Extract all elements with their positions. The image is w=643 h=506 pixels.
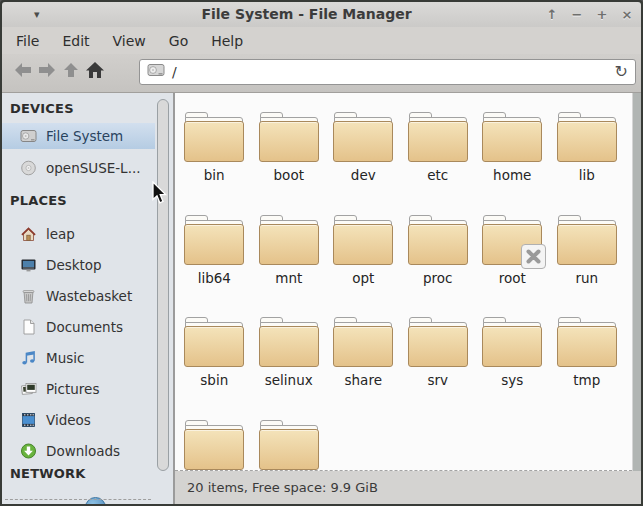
sidebar-item-file-system[interactable]: File System [2,123,155,149]
toolbar: / ↻ [2,54,641,93]
sidebar: DEVICESFile SystemopenSUSE-L...PLACESlea… [2,93,173,504]
file-folder-run[interactable]: run [550,211,625,314]
arrow-up-icon [61,61,81,83]
menu-view[interactable]: View [110,31,149,51]
shade-button[interactable]: ↑ [544,7,560,22]
folder-icon [258,313,320,368]
sidebar-item-desktop[interactable]: Desktop [2,252,155,278]
arrow-left-icon [13,61,33,83]
folder-icon [556,313,618,368]
file-folder-tmp[interactable]: tmp [550,313,625,416]
arrow-right-icon [37,61,57,83]
folder-label: selinux [265,372,313,388]
folder-label: run [575,270,598,286]
menu-edit[interactable]: Edit [59,31,92,51]
file-folder-dev[interactable]: dev [326,108,401,211]
minimize-button[interactable]: − [569,7,585,22]
titlebar[interactable]: ▾ File System - File Manager ↑−+× [2,2,641,27]
up-button[interactable] [60,62,82,82]
folder-icon [332,313,394,368]
menubar: FileEditViewGoHelp [2,27,641,54]
file-folder-home[interactable]: home [475,108,550,211]
file-folder-bin[interactable]: bin [177,108,252,211]
menu-go[interactable]: Go [166,31,191,51]
file-folder-sys[interactable]: sys [475,313,550,416]
file-folder-proc[interactable]: proc [401,211,476,314]
statusbar-text: 20 items, Free space: 9.9 GiB [187,480,378,495]
sidebar-item-pictures[interactable]: Pictures [2,376,155,402]
folder-label: srv [427,372,448,388]
trash-icon [20,288,37,305]
back-button[interactable] [12,62,34,82]
folder-label: boot [274,167,304,183]
statusbar: 20 items, Free space: 9.9 GiB [175,471,641,504]
file-folder-mnt[interactable]: mnt [252,211,327,314]
menu-help[interactable]: Help [208,31,246,51]
folder-icon [481,108,543,163]
window-controls: ↑−+× [544,2,635,27]
folder-icon [183,313,245,368]
file-icon-view[interactable]: binbootdevetchomeliblib64mntoptprocrootr… [175,93,632,471]
sidebar-scrollbar[interactable] [157,99,169,471]
location-path[interactable]: / [172,64,615,80]
sidebar-item-leap[interactable]: leap [2,221,155,247]
file-folder-selinux[interactable]: selinux [252,313,327,416]
folder-label: opt [352,270,374,286]
sidebar-item-label: leap [46,226,75,242]
sidebar-item-videos[interactable]: Videos [2,407,155,433]
sidebar-item-label: Documents [46,319,123,335]
location-bar[interactable]: / ↻ [139,59,636,85]
folder-icon [332,211,394,266]
folder-icon [481,211,543,266]
folder-label: bin [204,167,225,183]
sidebar-item-label: Music [46,350,84,366]
window-body: DEVICESFile SystemopenSUSE-L...PLACESlea… [2,93,641,504]
folder-icon [407,108,469,163]
folder-icon [407,211,469,266]
sidebar-item-label: Pictures [46,381,99,397]
folder-icon [556,108,618,163]
main-scrollbar[interactable] [632,93,641,471]
file-folder-opt[interactable]: opt [326,211,401,314]
folder-label: tmp [573,372,600,388]
folder-label: sbin [200,372,228,388]
file-folder-srv[interactable]: srv [401,313,476,416]
file-folder-etc[interactable]: etc [401,108,476,211]
sidebar-item-wastebasket[interactable]: Wastebasket [2,283,155,309]
folder-label: share [345,372,382,388]
window-menu-button[interactable]: ▾ [34,8,40,21]
downloads-icon [20,443,37,460]
file-folder-partial[interactable] [177,416,252,472]
reload-icon[interactable]: ↻ [615,64,628,80]
folder-icon [481,313,543,368]
file-folder-share[interactable]: share [326,313,401,416]
home-button[interactable] [84,62,106,82]
file-folder-boot[interactable]: boot [252,108,327,211]
sidebar-item-documents[interactable]: Documents [2,314,155,340]
sidebar-item-downloads[interactable]: Downloads [2,438,155,464]
folder-label: proc [423,270,453,286]
file-folder-partial[interactable] [252,416,327,472]
file-folder-lib[interactable]: lib [550,108,625,211]
maximize-button[interactable]: + [594,7,610,22]
menu-file[interactable]: File [13,31,42,51]
forward-button[interactable] [36,62,58,82]
sidebar-item-opensuse-l-[interactable]: openSUSE-L... [2,155,155,181]
folder-label: home [493,167,531,183]
sidebar-header-network: NETWORK [10,466,86,481]
file-folder-sbin[interactable]: sbin [177,313,252,416]
document-icon [20,319,37,336]
folder-icon [332,108,394,163]
window-title: File System - File Manager [72,2,541,27]
close-button[interactable]: × [619,7,635,22]
file-folder-lib64[interactable]: lib64 [177,211,252,314]
folder-label: sys [501,372,523,388]
sidebar-item-label: Downloads [46,443,120,459]
pictures-icon [20,381,37,398]
file-folder-root[interactable]: root [475,211,550,314]
sidebar-item-label: openSUSE-L... [46,160,141,176]
folder-icon [258,108,320,163]
folder-icon [556,211,618,266]
sidebar-item-music[interactable]: Music [2,345,155,371]
folder-label: lib64 [198,270,231,286]
